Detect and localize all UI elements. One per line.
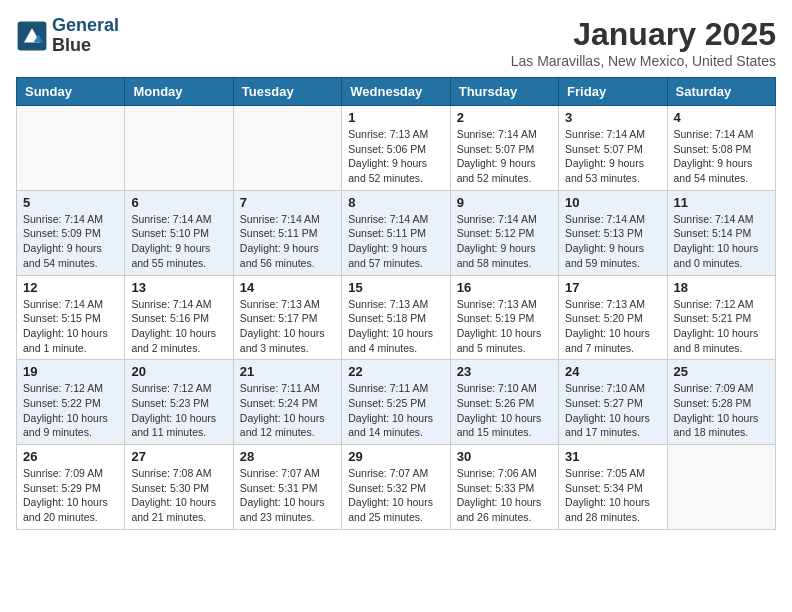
weekday-header-tuesday: Tuesday (233, 78, 341, 106)
day-info: Sunrise: 7:14 AM Sunset: 5:09 PM Dayligh… (23, 212, 118, 271)
day-info: Sunrise: 7:07 AM Sunset: 5:32 PM Dayligh… (348, 466, 443, 525)
calendar-day-cell: 3Sunrise: 7:14 AM Sunset: 5:07 PM Daylig… (559, 106, 667, 191)
calendar-week-row: 1Sunrise: 7:13 AM Sunset: 5:06 PM Daylig… (17, 106, 776, 191)
calendar-day-cell (667, 445, 775, 530)
calendar-day-cell (233, 106, 341, 191)
calendar-day-cell: 16Sunrise: 7:13 AM Sunset: 5:19 PM Dayli… (450, 275, 558, 360)
day-number: 17 (565, 280, 660, 295)
calendar-day-cell: 12Sunrise: 7:14 AM Sunset: 5:15 PM Dayli… (17, 275, 125, 360)
day-info: Sunrise: 7:06 AM Sunset: 5:33 PM Dayligh… (457, 466, 552, 525)
weekday-header-friday: Friday (559, 78, 667, 106)
day-number: 15 (348, 280, 443, 295)
day-info: Sunrise: 7:14 AM Sunset: 5:12 PM Dayligh… (457, 212, 552, 271)
weekday-header-wednesday: Wednesday (342, 78, 450, 106)
calendar-header: SundayMondayTuesdayWednesdayThursdayFrid… (17, 78, 776, 106)
day-info: Sunrise: 7:10 AM Sunset: 5:26 PM Dayligh… (457, 381, 552, 440)
calendar-day-cell: 4Sunrise: 7:14 AM Sunset: 5:08 PM Daylig… (667, 106, 775, 191)
day-info: Sunrise: 7:05 AM Sunset: 5:34 PM Dayligh… (565, 466, 660, 525)
day-number: 24 (565, 364, 660, 379)
day-number: 8 (348, 195, 443, 210)
day-info: Sunrise: 7:14 AM Sunset: 5:11 PM Dayligh… (240, 212, 335, 271)
calendar-day-cell: 27Sunrise: 7:08 AM Sunset: 5:30 PM Dayli… (125, 445, 233, 530)
day-info: Sunrise: 7:13 AM Sunset: 5:17 PM Dayligh… (240, 297, 335, 356)
day-number: 6 (131, 195, 226, 210)
day-number: 21 (240, 364, 335, 379)
calendar-day-cell: 22Sunrise: 7:11 AM Sunset: 5:25 PM Dayli… (342, 360, 450, 445)
calendar-day-cell: 2Sunrise: 7:14 AM Sunset: 5:07 PM Daylig… (450, 106, 558, 191)
calendar-day-cell: 21Sunrise: 7:11 AM Sunset: 5:24 PM Dayli… (233, 360, 341, 445)
day-number: 12 (23, 280, 118, 295)
logo-line1: General (52, 15, 119, 35)
logo-icon (16, 20, 48, 52)
calendar-day-cell: 8Sunrise: 7:14 AM Sunset: 5:11 PM Daylig… (342, 190, 450, 275)
calendar-day-cell: 31Sunrise: 7:05 AM Sunset: 5:34 PM Dayli… (559, 445, 667, 530)
calendar-day-cell: 6Sunrise: 7:14 AM Sunset: 5:10 PM Daylig… (125, 190, 233, 275)
day-info: Sunrise: 7:08 AM Sunset: 5:30 PM Dayligh… (131, 466, 226, 525)
day-info: Sunrise: 7:14 AM Sunset: 5:08 PM Dayligh… (674, 127, 769, 186)
day-info: Sunrise: 7:12 AM Sunset: 5:22 PM Dayligh… (23, 381, 118, 440)
calendar-day-cell: 5Sunrise: 7:14 AM Sunset: 5:09 PM Daylig… (17, 190, 125, 275)
day-number: 10 (565, 195, 660, 210)
day-info: Sunrise: 7:14 AM Sunset: 5:14 PM Dayligh… (674, 212, 769, 271)
calendar-day-cell: 30Sunrise: 7:06 AM Sunset: 5:33 PM Dayli… (450, 445, 558, 530)
calendar-week-row: 19Sunrise: 7:12 AM Sunset: 5:22 PM Dayli… (17, 360, 776, 445)
calendar-day-cell: 26Sunrise: 7:09 AM Sunset: 5:29 PM Dayli… (17, 445, 125, 530)
day-info: Sunrise: 7:09 AM Sunset: 5:28 PM Dayligh… (674, 381, 769, 440)
day-info: Sunrise: 7:14 AM Sunset: 5:07 PM Dayligh… (457, 127, 552, 186)
calendar-day-cell: 24Sunrise: 7:10 AM Sunset: 5:27 PM Dayli… (559, 360, 667, 445)
day-number: 4 (674, 110, 769, 125)
calendar-subtitle: Las Maravillas, New Mexico, United State… (511, 53, 776, 69)
day-info: Sunrise: 7:11 AM Sunset: 5:24 PM Dayligh… (240, 381, 335, 440)
calendar-day-cell: 1Sunrise: 7:13 AM Sunset: 5:06 PM Daylig… (342, 106, 450, 191)
day-number: 31 (565, 449, 660, 464)
calendar-day-cell (125, 106, 233, 191)
day-number: 7 (240, 195, 335, 210)
day-info: Sunrise: 7:14 AM Sunset: 5:10 PM Dayligh… (131, 212, 226, 271)
day-info: Sunrise: 7:11 AM Sunset: 5:25 PM Dayligh… (348, 381, 443, 440)
calendar-day-cell: 18Sunrise: 7:12 AM Sunset: 5:21 PM Dayli… (667, 275, 775, 360)
calendar-day-cell: 7Sunrise: 7:14 AM Sunset: 5:11 PM Daylig… (233, 190, 341, 275)
day-number: 9 (457, 195, 552, 210)
day-number: 28 (240, 449, 335, 464)
weekday-header-sunday: Sunday (17, 78, 125, 106)
day-number: 30 (457, 449, 552, 464)
calendar-day-cell: 20Sunrise: 7:12 AM Sunset: 5:23 PM Dayli… (125, 360, 233, 445)
day-info: Sunrise: 7:12 AM Sunset: 5:23 PM Dayligh… (131, 381, 226, 440)
calendar-title: January 2025 (511, 16, 776, 53)
calendar-week-row: 12Sunrise: 7:14 AM Sunset: 5:15 PM Dayli… (17, 275, 776, 360)
calendar-day-cell: 19Sunrise: 7:12 AM Sunset: 5:22 PM Dayli… (17, 360, 125, 445)
day-number: 22 (348, 364, 443, 379)
day-info: Sunrise: 7:14 AM Sunset: 5:07 PM Dayligh… (565, 127, 660, 186)
day-number: 27 (131, 449, 226, 464)
day-number: 26 (23, 449, 118, 464)
day-info: Sunrise: 7:10 AM Sunset: 5:27 PM Dayligh… (565, 381, 660, 440)
weekday-header-row: SundayMondayTuesdayWednesdayThursdayFrid… (17, 78, 776, 106)
calendar-day-cell: 17Sunrise: 7:13 AM Sunset: 5:20 PM Dayli… (559, 275, 667, 360)
day-info: Sunrise: 7:09 AM Sunset: 5:29 PM Dayligh… (23, 466, 118, 525)
logo: General Blue (16, 16, 119, 56)
day-number: 18 (674, 280, 769, 295)
day-number: 19 (23, 364, 118, 379)
day-number: 11 (674, 195, 769, 210)
day-number: 14 (240, 280, 335, 295)
calendar-body: 1Sunrise: 7:13 AM Sunset: 5:06 PM Daylig… (17, 106, 776, 530)
calendar-day-cell: 25Sunrise: 7:09 AM Sunset: 5:28 PM Dayli… (667, 360, 775, 445)
calendar-table: SundayMondayTuesdayWednesdayThursdayFrid… (16, 77, 776, 530)
title-area: January 2025 Las Maravillas, New Mexico,… (511, 16, 776, 69)
calendar-week-row: 5Sunrise: 7:14 AM Sunset: 5:09 PM Daylig… (17, 190, 776, 275)
day-info: Sunrise: 7:13 AM Sunset: 5:19 PM Dayligh… (457, 297, 552, 356)
day-number: 1 (348, 110, 443, 125)
day-number: 25 (674, 364, 769, 379)
day-number: 13 (131, 280, 226, 295)
day-number: 3 (565, 110, 660, 125)
day-info: Sunrise: 7:13 AM Sunset: 5:18 PM Dayligh… (348, 297, 443, 356)
day-number: 23 (457, 364, 552, 379)
day-info: Sunrise: 7:14 AM Sunset: 5:15 PM Dayligh… (23, 297, 118, 356)
page-header: General Blue January 2025 Las Maravillas… (16, 16, 776, 69)
calendar-day-cell: 23Sunrise: 7:10 AM Sunset: 5:26 PM Dayli… (450, 360, 558, 445)
day-info: Sunrise: 7:13 AM Sunset: 5:20 PM Dayligh… (565, 297, 660, 356)
calendar-day-cell: 10Sunrise: 7:14 AM Sunset: 5:13 PM Dayli… (559, 190, 667, 275)
day-info: Sunrise: 7:07 AM Sunset: 5:31 PM Dayligh… (240, 466, 335, 525)
calendar-week-row: 26Sunrise: 7:09 AM Sunset: 5:29 PM Dayli… (17, 445, 776, 530)
day-number: 20 (131, 364, 226, 379)
